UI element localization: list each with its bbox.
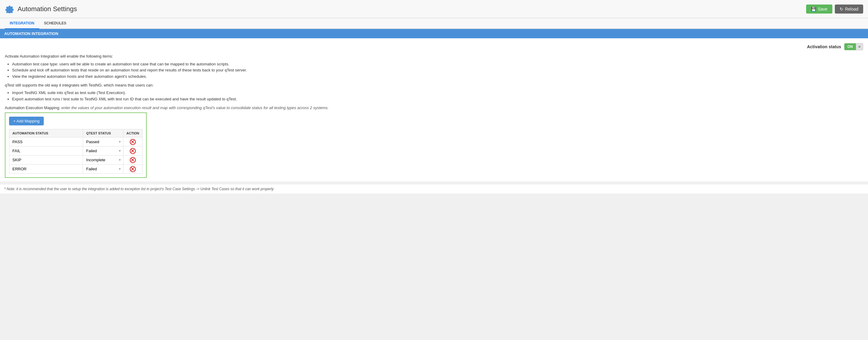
bullets-list-1: Automation test case type: users will be… <box>12 61 863 80</box>
automation-status-cell-2 <box>9 156 83 165</box>
col-qtest-status: QTEST STATUS <box>83 129 123 137</box>
delete-button-0[interactable]: ✕ <box>130 139 136 145</box>
table-header-row: AUTOMATION STATUS QTEST STATUS ACTION <box>9 129 143 137</box>
select-arrow-3: ▼ <box>118 167 121 171</box>
page-title: Automation Settings <box>18 5 77 13</box>
automation-status-input-3[interactable] <box>11 166 81 172</box>
reload-button[interactable]: ↻ Reload <box>835 4 863 13</box>
bullets-list-2: Import TestNG XML suite into qTest as te… <box>12 90 863 102</box>
activation-toggle[interactable]: ON ■ <box>844 43 863 50</box>
action-cell-1: ✕ <box>123 146 142 156</box>
note-text: * Note: it is recommended that the user … <box>0 184 868 194</box>
description-line1: Activate Automation Integration will ena… <box>5 53 863 59</box>
table-row: PassedFailedIncompleteBlockedIn Progress… <box>9 156 143 165</box>
reload-icon: ↻ <box>840 7 843 11</box>
table-row: PassedFailedIncompleteBlockedIn Progress… <box>9 137 143 146</box>
table-row: PassedFailedIncompleteBlockedIn Progress… <box>9 165 143 174</box>
bullet-1-3: View the registered automation hosts and… <box>12 73 863 80</box>
automation-status-input-1[interactable] <box>11 148 81 154</box>
bullet-1-2: Schedule and kick off automation tests t… <box>12 67 863 73</box>
tab-integration[interactable]: INTEGRATION <box>5 18 39 29</box>
col-action: ACTION <box>123 129 142 137</box>
bullet-1-1: Automation test case type: users will be… <box>12 61 863 68</box>
action-cell-2: ✕ <box>123 156 142 165</box>
automation-status-cell-0 <box>9 137 83 146</box>
action-cell-0: ✕ <box>123 137 142 146</box>
delete-button-2[interactable]: ✕ <box>130 157 136 163</box>
delete-button-1[interactable]: ✕ <box>130 148 136 154</box>
qtest-status-select-1[interactable]: PassedFailedIncompleteBlockedIn Progress… <box>85 148 118 154</box>
bullet-2-1: Import TestNG XML suite into qTest as te… <box>12 90 863 96</box>
automation-status-cell-1 <box>9 146 83 156</box>
select-arrow-1: ▼ <box>118 149 121 152</box>
tab-schedules[interactable]: SCHEDULES <box>39 18 71 29</box>
table-row: PassedFailedIncompleteBlockedIn Progress… <box>9 146 143 156</box>
section-body: Activation status ON ■ Activate Automati… <box>0 38 868 181</box>
activation-row: Activation status ON ■ <box>5 43 863 50</box>
mapping-table: AUTOMATION STATUS QTEST STATUS ACTION Pa… <box>9 129 143 174</box>
mapping-area: + Add Mapping AUTOMATION STATUS QTEST ST… <box>5 112 147 178</box>
description-line2: qTest still supports the old way it inte… <box>5 82 863 88</box>
automation-status-cell-3 <box>9 165 83 174</box>
select-arrow-0: ▼ <box>118 140 121 143</box>
activation-label: Activation status <box>807 44 841 49</box>
delete-button-3[interactable]: ✕ <box>130 166 136 172</box>
mapping-label: Automation Execution Mapping: <box>5 105 60 110</box>
add-mapping-label: + Add Mapping <box>13 119 39 123</box>
section-header: AUTOMATION INTEGRATION <box>0 29 868 38</box>
toggle-slider: ■ <box>856 43 863 50</box>
action-cell-3: ✕ <box>123 165 142 174</box>
tab-bar: INTEGRATION SCHEDULES <box>0 18 868 29</box>
qtest-status-cell-2: PassedFailedIncompleteBlockedIn Progress… <box>83 156 123 165</box>
mapping-description-italic: enter the values of your automation exec… <box>61 105 329 110</box>
qtest-status-select-0[interactable]: PassedFailedIncompleteBlockedIn Progress… <box>85 139 118 145</box>
save-icon: 💾 <box>811 7 816 11</box>
mapping-description: Automation Execution Mapping: enter the … <box>5 105 863 111</box>
col-automation-status: AUTOMATION STATUS <box>9 129 83 137</box>
qtest-status-select-3[interactable]: PassedFailedIncompleteBlockedIn Progress… <box>85 166 118 172</box>
qtest-status-cell-1: PassedFailedIncompleteBlockedIn Progress… <box>83 146 123 156</box>
automation-status-input-0[interactable] <box>11 139 81 145</box>
save-button[interactable]: 💾 Save <box>806 4 832 13</box>
qtest-status-select-2[interactable]: PassedFailedIncompleteBlockedIn Progress… <box>85 157 118 163</box>
automation-status-input-2[interactable] <box>11 157 81 163</box>
qtest-status-cell-0: PassedFailedIncompleteBlockedIn Progress… <box>83 137 123 146</box>
header-left: Automation Settings <box>5 4 77 14</box>
main-content: AUTOMATION INTEGRATION Activation status… <box>0 29 868 194</box>
bullet-2-2: Export automation test runs / test suite… <box>12 96 863 102</box>
add-mapping-button[interactable]: + Add Mapping <box>9 117 44 125</box>
header-buttons: 💾 Save ↻ Reload <box>806 4 863 13</box>
toggle-on-label: ON <box>844 43 856 50</box>
select-arrow-2: ▼ <box>118 158 121 162</box>
qtest-status-cell-3: PassedFailedIncompleteBlockedIn Progress… <box>83 165 123 174</box>
app-header: Automation Settings 💾 Save ↻ Reload <box>0 0 868 18</box>
gear-icon <box>5 4 14 14</box>
